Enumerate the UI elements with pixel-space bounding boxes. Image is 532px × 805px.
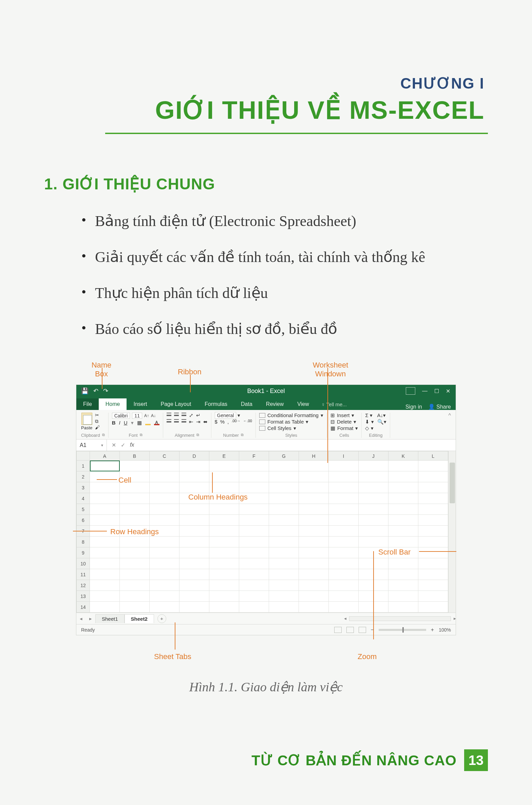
- cell[interactable]: [90, 602, 120, 613]
- cell[interactable]: [90, 547, 120, 558]
- cell[interactable]: [150, 591, 179, 602]
- sort-filter-icon[interactable]: A↓▾: [377, 413, 386, 418]
- cell[interactable]: [209, 526, 239, 537]
- cell[interactable]: [179, 482, 209, 493]
- cell[interactable]: [120, 515, 150, 526]
- align-left-icon[interactable]: [167, 419, 171, 423]
- select-all-corner[interactable]: [76, 451, 90, 461]
- increase-font-icon[interactable]: A↑: [144, 414, 149, 418]
- row-heading[interactable]: 13: [76, 591, 90, 602]
- cell[interactable]: [329, 471, 359, 482]
- decrease-font-icon[interactable]: A↓: [151, 414, 156, 418]
- cell[interactable]: [90, 482, 120, 493]
- tab-formulas[interactable]: Formulas: [198, 398, 234, 410]
- cell[interactable]: [120, 558, 150, 569]
- cell[interactable]: [269, 515, 299, 526]
- cell[interactable]: [179, 537, 209, 547]
- wrap-text-icon[interactable]: ↵: [196, 413, 201, 418]
- name-box[interactable]: A1▾: [76, 439, 107, 451]
- cell[interactable]: [120, 471, 150, 482]
- cell[interactable]: [269, 493, 299, 504]
- align-middle-icon[interactable]: [174, 413, 179, 416]
- cell[interactable]: [150, 471, 179, 482]
- cell[interactable]: [120, 591, 150, 602]
- row-heading[interactable]: 9: [76, 547, 90, 558]
- cell[interactable]: [150, 602, 179, 613]
- vertical-scrollbar[interactable]: [448, 451, 456, 613]
- cell[interactable]: [90, 591, 120, 602]
- cell[interactable]: [418, 461, 448, 471]
- cell[interactable]: [388, 504, 418, 515]
- cell[interactable]: [90, 515, 120, 526]
- cell[interactable]: [179, 591, 209, 602]
- cell[interactable]: [269, 580, 299, 591]
- align-top-icon[interactable]: [167, 413, 171, 416]
- cell[interactable]: [299, 493, 329, 504]
- cell[interactable]: [418, 537, 448, 547]
- cell[interactable]: [209, 569, 239, 580]
- cell[interactable]: [329, 537, 359, 547]
- sheet-nav-next-icon[interactable]: ▸: [86, 616, 95, 622]
- delete-cells-button[interactable]: ⊟ Delete ▾: [330, 419, 358, 424]
- cell[interactable]: [329, 482, 359, 493]
- cell[interactable]: [359, 493, 388, 504]
- cell[interactable]: [359, 602, 388, 613]
- cell[interactable]: [120, 504, 150, 515]
- cell[interactable]: [120, 602, 150, 613]
- cell[interactable]: [329, 558, 359, 569]
- row-heading[interactable]: 5: [76, 504, 90, 515]
- cell[interactable]: [359, 471, 388, 482]
- cell[interactable]: [329, 547, 359, 558]
- row-heading[interactable]: 12: [76, 580, 90, 591]
- cell[interactable]: [329, 504, 359, 515]
- cell[interactable]: [299, 471, 329, 482]
- italic-button[interactable]: I: [119, 420, 120, 425]
- zoom-slider[interactable]: [379, 629, 426, 631]
- format-painter-icon[interactable]: 🖌: [95, 425, 100, 430]
- tab-review[interactable]: Review: [259, 398, 290, 410]
- cell[interactable]: [269, 591, 299, 602]
- paste-button[interactable]: Paste: [81, 413, 92, 430]
- cell[interactable]: [90, 580, 120, 591]
- cell[interactable]: [269, 569, 299, 580]
- cell[interactable]: [388, 461, 418, 471]
- cell[interactable]: [239, 461, 269, 471]
- sheet-nav-prev-icon[interactable]: ◂: [76, 616, 86, 622]
- cell[interactable]: [359, 569, 388, 580]
- column-heading[interactable]: I: [329, 451, 359, 461]
- cell[interactable]: [179, 580, 209, 591]
- cell[interactable]: [329, 461, 359, 471]
- cell[interactable]: [239, 471, 269, 482]
- column-heading[interactable]: A: [90, 451, 120, 461]
- cell[interactable]: [239, 547, 269, 558]
- format-as-table-button[interactable]: Format as Table ▾: [259, 419, 323, 424]
- cell[interactable]: [359, 515, 388, 526]
- cell[interactable]: [388, 482, 418, 493]
- cell[interactable]: [299, 482, 329, 493]
- ribbon-options-icon[interactable]: [406, 387, 415, 395]
- row-heading[interactable]: 8: [76, 537, 90, 547]
- view-page-break-icon[interactable]: [359, 627, 366, 633]
- cell[interactable]: [239, 515, 269, 526]
- cell[interactable]: [209, 591, 239, 602]
- cell[interactable]: [359, 591, 388, 602]
- row-heading[interactable]: 11: [76, 569, 90, 580]
- cell[interactable]: [120, 569, 150, 580]
- align-center-icon[interactable]: [174, 419, 179, 423]
- cell[interactable]: [150, 526, 179, 537]
- cell[interactable]: [90, 537, 120, 547]
- cell[interactable]: [209, 537, 239, 547]
- tell-me-search[interactable]: ♀ Tell me...: [316, 399, 352, 410]
- cell[interactable]: [150, 547, 179, 558]
- fill-color-icon[interactable]: [145, 420, 151, 425]
- maximize-icon[interactable]: ☐: [434, 388, 439, 394]
- align-bottom-icon[interactable]: [182, 413, 186, 416]
- row-heading[interactable]: 6: [76, 515, 90, 526]
- cell[interactable]: [179, 569, 209, 580]
- cell[interactable]: [299, 569, 329, 580]
- cell[interactable]: [209, 515, 239, 526]
- cell[interactable]: [239, 537, 269, 547]
- dialog-launcher-icon[interactable]: ⧉: [102, 433, 105, 438]
- cell[interactable]: [209, 461, 239, 471]
- cell[interactable]: [269, 526, 299, 537]
